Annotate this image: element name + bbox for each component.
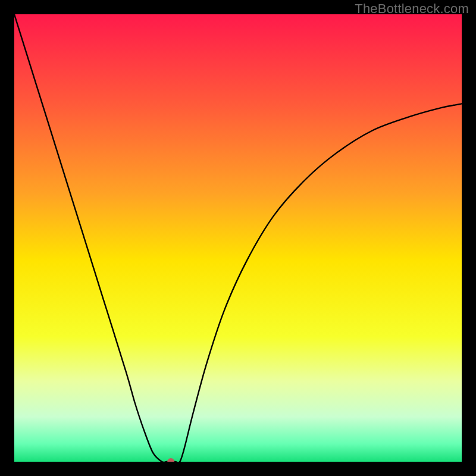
outer-frame: TheBottleneck.com: [0, 0, 476, 476]
plot-area: [14, 14, 462, 462]
gradient-background: [14, 14, 462, 462]
chart-svg: [14, 14, 462, 462]
